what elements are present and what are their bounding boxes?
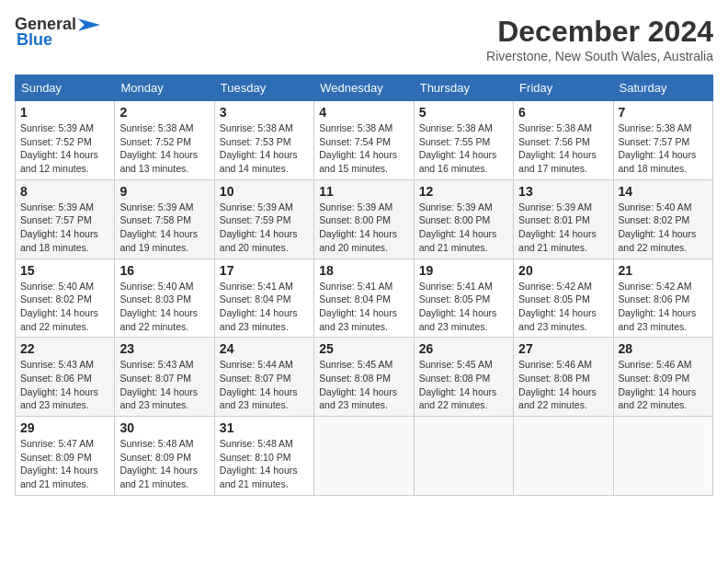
day-info: Sunrise: 5:46 AMSunset: 8:08 PMDaylight:… bbox=[518, 358, 608, 412]
day-info: Sunrise: 5:39 AMSunset: 8:00 PMDaylight:… bbox=[419, 201, 508, 255]
calendar-cell: 24Sunrise: 5:44 AMSunset: 8:07 PMDayligh… bbox=[214, 338, 313, 417]
day-number: 27 bbox=[518, 341, 608, 356]
calendar-cell: 29Sunrise: 5:47 AMSunset: 8:09 PMDayligh… bbox=[16, 417, 115, 496]
day-info: Sunrise: 5:38 AMSunset: 7:54 PMDaylight:… bbox=[319, 121, 408, 176]
day-number: 11 bbox=[319, 184, 408, 199]
calendar-cell: 14Sunrise: 5:40 AMSunset: 8:02 PMDayligh… bbox=[613, 179, 712, 259]
day-number: 13 bbox=[518, 184, 608, 199]
day-info: Sunrise: 5:40 AMSunset: 8:03 PMDaylight:… bbox=[119, 280, 209, 334]
calendar-cell: 8Sunrise: 5:39 AMSunset: 7:57 PMDaylight… bbox=[16, 179, 115, 259]
logo-arrow-icon bbox=[78, 18, 100, 31]
calendar-cell bbox=[314, 417, 414, 496]
day-info: Sunrise: 5:48 AMSunset: 8:10 PMDaylight:… bbox=[220, 437, 309, 491]
day-info: Sunrise: 5:46 AMSunset: 8:09 PMDaylight:… bbox=[619, 358, 708, 412]
calendar-cell: 30Sunrise: 5:48 AMSunset: 8:09 PMDayligh… bbox=[115, 417, 214, 496]
calendar-subtitle: Riverstone, New South Wales, Australia bbox=[486, 49, 713, 63]
day-number: 31 bbox=[220, 420, 309, 435]
day-number: 30 bbox=[119, 420, 209, 435]
logo-blue: Blue bbox=[17, 30, 52, 50]
day-info: Sunrise: 5:41 AMSunset: 8:05 PMDaylight:… bbox=[419, 280, 508, 334]
calendar-cell: 3Sunrise: 5:38 AMSunset: 7:53 PMDaylight… bbox=[214, 101, 313, 180]
day-info: Sunrise: 5:38 AMSunset: 7:52 PMDaylight:… bbox=[119, 121, 209, 176]
calendar-cell: 2Sunrise: 5:38 AMSunset: 7:52 PMDaylight… bbox=[115, 101, 214, 180]
day-number: 28 bbox=[619, 341, 708, 356]
day-info: Sunrise: 5:47 AMSunset: 8:09 PMDaylight:… bbox=[20, 437, 109, 491]
calendar-cell: 15Sunrise: 5:40 AMSunset: 8:02 PMDayligh… bbox=[16, 259, 115, 338]
day-info: Sunrise: 5:38 AMSunset: 7:55 PMDaylight:… bbox=[419, 121, 508, 176]
day-info: Sunrise: 5:43 AMSunset: 8:06 PMDaylight:… bbox=[20, 358, 109, 412]
day-info: Sunrise: 5:42 AMSunset: 8:06 PMDaylight:… bbox=[619, 280, 708, 334]
day-info: Sunrise: 5:38 AMSunset: 7:53 PMDaylight:… bbox=[220, 121, 309, 176]
day-info: Sunrise: 5:40 AMSunset: 8:02 PMDaylight:… bbox=[619, 201, 708, 255]
calendar-header-row: SundayMondayTuesdayWednesdayThursdayFrid… bbox=[16, 75, 713, 101]
day-info: Sunrise: 5:43 AMSunset: 8:07 PMDaylight:… bbox=[119, 358, 209, 412]
day-number: 2 bbox=[119, 105, 209, 120]
day-number: 25 bbox=[319, 341, 408, 356]
calendar-cell: 16Sunrise: 5:40 AMSunset: 8:03 PMDayligh… bbox=[115, 259, 214, 338]
day-number: 12 bbox=[419, 184, 508, 199]
calendar-cell: 9Sunrise: 5:39 AMSunset: 7:58 PMDaylight… bbox=[115, 179, 214, 259]
day-info: Sunrise: 5:39 AMSunset: 7:58 PMDaylight:… bbox=[119, 201, 209, 255]
day-number: 16 bbox=[119, 263, 209, 278]
day-number: 23 bbox=[119, 341, 209, 356]
calendar-title: December 2024 bbox=[486, 15, 713, 49]
calendar-cell: 26Sunrise: 5:45 AMSunset: 8:08 PMDayligh… bbox=[414, 338, 513, 417]
day-number: 9 bbox=[119, 184, 209, 199]
day-info: Sunrise: 5:39 AMSunset: 7:57 PMDaylight:… bbox=[20, 201, 109, 255]
calendar-cell: 7Sunrise: 5:38 AMSunset: 7:57 PMDaylight… bbox=[613, 101, 712, 180]
day-info: Sunrise: 5:39 AMSunset: 7:52 PMDaylight:… bbox=[20, 121, 109, 176]
calendar-cell: 21Sunrise: 5:42 AMSunset: 8:06 PMDayligh… bbox=[613, 259, 712, 338]
calendar-cell: 13Sunrise: 5:39 AMSunset: 8:01 PMDayligh… bbox=[514, 179, 613, 259]
day-info: Sunrise: 5:39 AMSunset: 8:01 PMDaylight:… bbox=[518, 201, 608, 255]
calendar-cell: 6Sunrise: 5:38 AMSunset: 7:56 PMDaylight… bbox=[514, 101, 613, 180]
calendar-cell bbox=[613, 417, 712, 496]
day-info: Sunrise: 5:45 AMSunset: 8:08 PMDaylight:… bbox=[419, 358, 508, 412]
day-number: 18 bbox=[319, 263, 408, 278]
calendar-cell: 27Sunrise: 5:46 AMSunset: 8:08 PMDayligh… bbox=[514, 338, 613, 417]
day-info: Sunrise: 5:38 AMSunset: 7:57 PMDaylight:… bbox=[619, 121, 708, 176]
day-info: Sunrise: 5:48 AMSunset: 8:09 PMDaylight:… bbox=[119, 437, 209, 491]
day-number: 4 bbox=[319, 105, 408, 120]
calendar-cell: 22Sunrise: 5:43 AMSunset: 8:06 PMDayligh… bbox=[16, 338, 115, 417]
header-thursday: Thursday bbox=[414, 75, 513, 101]
day-info: Sunrise: 5:41 AMSunset: 8:04 PMDaylight:… bbox=[319, 280, 408, 334]
header-wednesday: Wednesday bbox=[314, 75, 414, 101]
day-number: 29 bbox=[20, 420, 109, 435]
calendar-cell: 31Sunrise: 5:48 AMSunset: 8:10 PMDayligh… bbox=[214, 417, 313, 496]
day-info: Sunrise: 5:38 AMSunset: 7:56 PMDaylight:… bbox=[518, 121, 608, 176]
calendar-cell: 12Sunrise: 5:39 AMSunset: 8:00 PMDayligh… bbox=[414, 179, 513, 259]
day-number: 19 bbox=[419, 263, 508, 278]
calendar-cell: 1Sunrise: 5:39 AMSunset: 7:52 PMDaylight… bbox=[16, 101, 115, 180]
calendar-week-row: 1Sunrise: 5:39 AMSunset: 7:52 PMDaylight… bbox=[16, 101, 713, 180]
header-monday: Monday bbox=[115, 75, 214, 101]
svg-marker-0 bbox=[78, 18, 100, 31]
day-number: 17 bbox=[220, 263, 309, 278]
calendar-cell: 5Sunrise: 5:38 AMSunset: 7:55 PMDaylight… bbox=[414, 101, 513, 180]
header-friday: Friday bbox=[514, 75, 613, 101]
calendar-cell: 28Sunrise: 5:46 AMSunset: 8:09 PMDayligh… bbox=[613, 338, 712, 417]
calendar-cell bbox=[514, 417, 613, 496]
calendar-week-row: 22Sunrise: 5:43 AMSunset: 8:06 PMDayligh… bbox=[16, 338, 713, 417]
day-number: 1 bbox=[20, 105, 109, 120]
logo: General Blue bbox=[15, 15, 100, 50]
day-number: 6 bbox=[518, 105, 608, 120]
day-number: 26 bbox=[419, 341, 508, 356]
header-sunday: Sunday bbox=[16, 75, 115, 101]
day-number: 14 bbox=[619, 184, 708, 199]
calendar-cell: 23Sunrise: 5:43 AMSunset: 8:07 PMDayligh… bbox=[115, 338, 214, 417]
calendar-week-row: 29Sunrise: 5:47 AMSunset: 8:09 PMDayligh… bbox=[16, 417, 713, 496]
day-info: Sunrise: 5:39 AMSunset: 7:59 PMDaylight:… bbox=[220, 201, 309, 255]
calendar-cell: 25Sunrise: 5:45 AMSunset: 8:08 PMDayligh… bbox=[314, 338, 414, 417]
day-number: 8 bbox=[20, 184, 109, 199]
calendar-week-row: 8Sunrise: 5:39 AMSunset: 7:57 PMDaylight… bbox=[16, 179, 713, 259]
calendar-cell: 17Sunrise: 5:41 AMSunset: 8:04 PMDayligh… bbox=[214, 259, 313, 338]
title-section: December 2024 Riverstone, New South Wale… bbox=[486, 15, 713, 63]
day-info: Sunrise: 5:42 AMSunset: 8:05 PMDaylight:… bbox=[518, 280, 608, 334]
calendar-cell: 10Sunrise: 5:39 AMSunset: 7:59 PMDayligh… bbox=[214, 179, 313, 259]
calendar-cell: 19Sunrise: 5:41 AMSunset: 8:05 PMDayligh… bbox=[414, 259, 513, 338]
day-info: Sunrise: 5:41 AMSunset: 8:04 PMDaylight:… bbox=[220, 280, 309, 334]
day-number: 10 bbox=[220, 184, 309, 199]
page-header: General Blue December 2024 Riverstone, N… bbox=[15, 15, 713, 63]
day-number: 5 bbox=[419, 105, 508, 120]
day-number: 15 bbox=[20, 263, 109, 278]
